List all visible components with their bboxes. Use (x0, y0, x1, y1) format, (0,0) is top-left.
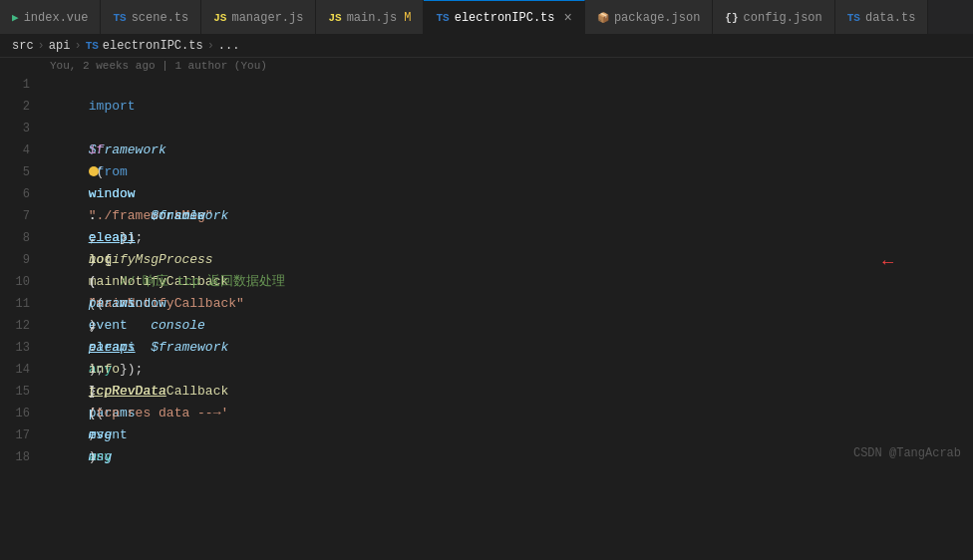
tab-electronIPC-ts[interactable]: TS electronIPC.ts × (424, 0, 584, 35)
line-number: 3 (0, 118, 42, 140)
ts-icon: TS (113, 12, 126, 24)
ts-icon: TS (436, 12, 449, 24)
ts-icon: TS (86, 40, 99, 52)
tab-manager-js[interactable]: JS manager.js (201, 0, 316, 35)
code-line-6: 6 $framework . notifyMsgProcess ( params… (0, 183, 973, 205)
breadcrumb: src › api › TS electronIPC.ts › ... (0, 35, 973, 58)
watermark: CSDN @TangAcrab (853, 446, 961, 460)
breadcrumb-sep: › (207, 39, 214, 53)
config-icon: {} (725, 12, 738, 24)
tab-label: electronIPC.ts (455, 11, 555, 25)
code-line-9: 9 // 响应 tcp 返回数据处理 ← (0, 249, 973, 271)
line-number: 15 (0, 381, 42, 403)
tab-label: scene.ts (132, 11, 189, 25)
code-line-5: 5 console . log ( "mainNotifyCallback" ,… (0, 161, 973, 183)
breadcrumb-sep: › (38, 39, 45, 53)
line-number: 18 (0, 446, 42, 468)
js-icon: JS (213, 12, 226, 24)
line-number: 9 (0, 249, 42, 271)
line-number: 16 (0, 403, 42, 424)
line-number: 1 (0, 74, 42, 96)
tab-index-vue[interactable]: ▶ index.vue (0, 0, 101, 35)
git-blame-header: You, 2 weeks ago | 1 author (You) (0, 58, 973, 74)
code-line-14: 14 } (0, 359, 973, 381)
code-line-7: 7 }); (0, 205, 973, 227)
tab-label: manager.js (231, 11, 303, 25)
breadcrumb-api[interactable]: api (49, 39, 71, 53)
js-icon: JS (328, 12, 341, 24)
tab-config-json[interactable]: {} config.json (713, 0, 834, 35)
tab-main-js[interactable]: JS main.js M (316, 0, 424, 35)
keyword-import: import (89, 99, 136, 114)
code-line-11: 11 console . info ( 'tcp res data --→' ,… (0, 293, 973, 315)
tab-label: config.json (744, 11, 822, 25)
line-number: 6 (0, 183, 42, 205)
code-line-1: 1 import $framework from "./frameworkMsg… (0, 74, 973, 96)
tab-scene-ts[interactable]: TS scene.ts (101, 0, 201, 35)
line-number: 14 (0, 359, 42, 381)
git-blame-text: You, 2 weeks ago | 1 author (You) (50, 60, 267, 72)
var-msg2: msg (89, 427, 112, 442)
breadcrumb-ellipsis: ... (218, 39, 240, 53)
line-number: 13 (0, 337, 42, 359)
tab-bar: ▶ index.vue TS scene.ts JS manager.js JS… (0, 0, 973, 35)
tab-label: main.js M (347, 11, 412, 25)
line-number: 17 (0, 424, 42, 446)
tab-label: data.ts (865, 11, 915, 25)
line-number: 11 (0, 293, 42, 315)
line-number: 7 (0, 205, 42, 227)
close-icon[interactable]: × (564, 11, 572, 25)
pkg-icon: 📦 (597, 12, 609, 24)
line-number: 4 (0, 140, 42, 161)
line-number: 5 (0, 161, 42, 183)
tab-data-ts[interactable]: TS data.ts (835, 0, 929, 35)
line-content: } (42, 359, 973, 424)
tab-label: package.json (614, 11, 700, 25)
code-editor[interactable]: 1 import $framework from "./frameworkMsg… (0, 74, 973, 468)
line-number: 12 (0, 315, 42, 337)
vue-icon: ▶ (12, 11, 19, 24)
breadcrumb-sep: › (74, 39, 81, 53)
breadcrumb-src[interactable]: src (12, 39, 34, 53)
tab-label: index.vue (24, 11, 89, 25)
line-number: 10 (0, 271, 42, 293)
line-number: 8 (0, 227, 42, 249)
code-line-13: 13 }); (0, 337, 973, 359)
breadcrumb-file[interactable]: electronIPC.ts (103, 39, 203, 53)
code-line-12: 12 $framework . tcpRevData ( msg ) (0, 315, 973, 337)
ts-icon: TS (847, 12, 860, 24)
code-line-3: 3 if ( window . eleapi ) { (0, 118, 973, 140)
tab-package-json[interactable]: 📦 package.json (585, 0, 713, 35)
code-line-10: 10 window . eleapi . tcpRevDataCallback … (0, 271, 973, 293)
arrow-annotation: ← (882, 251, 893, 273)
watermark-text: CSDN @TangAcrab (853, 446, 961, 460)
code-line-4: 4 window . eleapi . mainNotifyCallback (… (0, 140, 973, 161)
line-number: 2 (0, 96, 42, 118)
